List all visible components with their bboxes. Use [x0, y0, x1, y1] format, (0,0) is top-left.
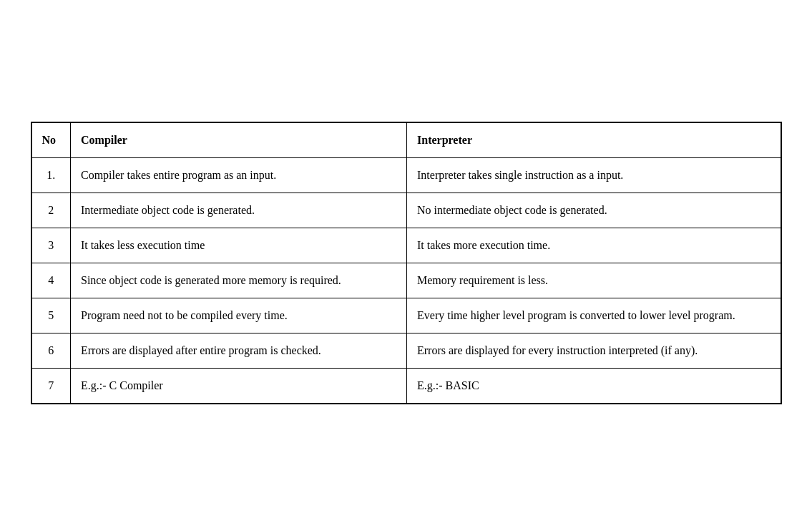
row-no: 4	[31, 263, 71, 298]
row-compiler: Program need not to be compiled every ti…	[71, 298, 407, 333]
table-row: 6Errors are displayed after entire progr…	[31, 333, 781, 369]
table-row: 4Since object code is generated more mem…	[31, 263, 781, 298]
row-no: 7	[31, 369, 71, 404]
row-interpreter: No intermediate object code is generated…	[407, 193, 781, 228]
row-compiler: It takes less execution time	[71, 228, 407, 263]
table-row: 7E.g.:- C CompilerE.g.:- BASIC	[31, 369, 781, 404]
table-row: 5Program need not to be compiled every t…	[31, 298, 781, 333]
row-no: 1.	[31, 158, 71, 193]
row-no: 5	[31, 298, 71, 333]
comparison-table: No Compiler Interpreter 1.Compiler takes…	[31, 122, 782, 404]
row-no: 6	[31, 333, 71, 369]
header-row: No Compiler Interpreter	[31, 122, 781, 158]
main-container: No Compiler Interpreter 1.Compiler takes…	[31, 122, 782, 404]
row-compiler: Since object code is generated more memo…	[71, 263, 407, 298]
row-compiler: E.g.:- C Compiler	[71, 369, 407, 404]
row-interpreter: Interpreter takes single instruction as …	[407, 158, 781, 193]
table-row: 1.Compiler takes entire program as an in…	[31, 158, 781, 193]
header-no: No	[31, 122, 71, 158]
row-interpreter: It takes more execution time.	[407, 228, 781, 263]
row-no: 2	[31, 193, 71, 228]
header-compiler: Compiler	[71, 122, 407, 158]
table-row: 3It takes less execution timeIt takes mo…	[31, 228, 781, 263]
row-compiler: Compiler takes entire program as an inpu…	[71, 158, 407, 193]
row-no: 3	[31, 228, 71, 263]
row-interpreter: E.g.:- BASIC	[407, 369, 781, 404]
header-interpreter: Interpreter	[407, 122, 781, 158]
row-interpreter: Every time higher level program is conve…	[407, 298, 781, 333]
row-compiler: Intermediate object code is generated.	[71, 193, 407, 228]
row-interpreter: Memory requirement is less.	[407, 263, 781, 298]
row-compiler: Errors are displayed after entire progra…	[71, 333, 407, 369]
row-interpreter: Errors are displayed for every instructi…	[407, 333, 781, 369]
table-row: 2Intermediate object code is generated.N…	[31, 193, 781, 228]
